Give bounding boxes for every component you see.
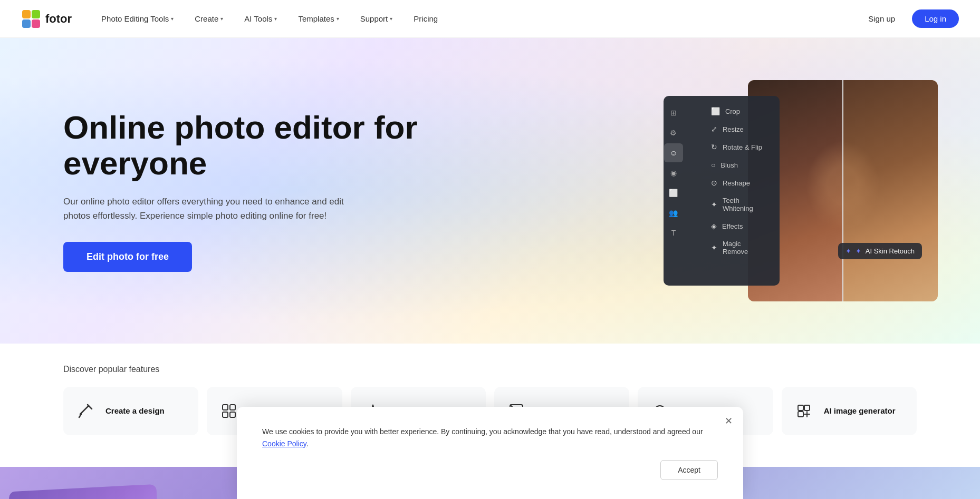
menu-teeth-whitening[interactable]: ✦ Teeth Whitening xyxy=(706,192,773,217)
svg-rect-9 xyxy=(223,412,228,417)
svg-rect-18 xyxy=(798,412,803,417)
menu-crop[interactable]: ⬜ Crop xyxy=(706,102,773,120)
chevron-down-icon: ▾ xyxy=(274,16,277,22)
sign-up-button[interactable]: Sign up xyxy=(858,9,906,28)
nav-templates[interactable]: Templates ▾ xyxy=(290,10,347,27)
ai-image-generator-icon xyxy=(792,399,815,423)
editor-sidebar: ⊞ ⚙ ☺ ◉ ⬜ 👥 T xyxy=(664,102,684,279)
edit-photo-cta-button[interactable]: Edit photo for free xyxy=(63,242,192,272)
cookie-text: We use cookies to provide you with bette… xyxy=(262,426,718,449)
cookie-actions: Accept xyxy=(262,460,718,480)
svg-rect-10 xyxy=(230,412,235,417)
ai-skin-retouch-badge: ✦ AI Skin Retouch xyxy=(838,243,922,259)
nav-create[interactable]: Create ▾ xyxy=(186,10,232,27)
crop-icon: ⬜ xyxy=(711,107,720,115)
editor-panel: ⊞ ⚙ ☺ ◉ ⬜ 👥 T ⬜ Crop ⤢ Resize xyxy=(664,96,780,286)
ai-badge-icon: ✦ xyxy=(856,247,861,255)
editor-menu: ⬜ Crop ⤢ Resize ↻ Rotate & Flip ○ Blush xyxy=(706,102,780,279)
menu-reshape[interactable]: ⊙ Reshape xyxy=(706,174,773,192)
navbar: fotor Photo Editing Tools ▾ Create ▾ AI … xyxy=(0,0,980,38)
hero-title: Online photo editor for everyone xyxy=(63,110,418,181)
nav-pricing[interactable]: Pricing xyxy=(405,10,446,27)
cookie-close-button[interactable]: ✕ xyxy=(725,415,733,427)
features-section-title: Discover popular features xyxy=(63,365,917,374)
sidebar-face-icon[interactable]: ☺ xyxy=(664,143,683,162)
svg-rect-4 xyxy=(32,19,40,28)
hero-subtitle: Our online photo editor offers everythin… xyxy=(63,194,359,223)
ai-image-generator-label: AI image generator xyxy=(824,406,896,416)
svg-rect-17 xyxy=(804,405,810,410)
svg-rect-3 xyxy=(22,19,31,28)
svg-line-5 xyxy=(80,406,89,414)
nav-links: Photo Editing Tools ▾ Create ▾ AI Tools … xyxy=(93,10,858,27)
hero-section: Online photo editor for everyone Our onl… xyxy=(0,38,980,344)
chevron-down-icon: ▾ xyxy=(171,16,174,22)
brand-name: fotor xyxy=(45,12,72,26)
menu-blush[interactable]: ○ Blush xyxy=(706,156,773,174)
create-design-label: Create a design xyxy=(105,406,165,416)
magic-remove-icon: ✦ xyxy=(711,243,717,252)
chevron-down-icon: ▾ xyxy=(337,16,339,22)
create-design-icon xyxy=(74,399,97,423)
rotate-icon: ↻ xyxy=(711,143,717,151)
feature-card-ai-image-generator[interactable]: AI image generator xyxy=(782,387,917,435)
fotor-logo-icon xyxy=(21,9,41,29)
svg-rect-16 xyxy=(798,405,803,410)
sidebar-eye-icon[interactable]: ◉ xyxy=(664,163,683,182)
hero-image-area: ⊞ ⚙ ☺ ◉ ⬜ 👥 T ⬜ Crop ⤢ Resize xyxy=(664,80,938,301)
svg-rect-8 xyxy=(230,405,235,410)
nav-photo-editing-tools[interactable]: Photo Editing Tools ▾ xyxy=(93,10,182,27)
sidebar-text-icon[interactable]: T xyxy=(664,223,683,242)
blush-icon: ○ xyxy=(711,161,715,169)
svg-rect-2 xyxy=(32,10,40,18)
cookie-accept-button[interactable]: Accept xyxy=(660,460,718,480)
nav-ai-tools[interactable]: AI Tools ▾ xyxy=(236,10,285,27)
menu-effects[interactable]: ◈ Effects xyxy=(706,217,773,235)
menu-resize[interactable]: ⤢ Resize xyxy=(706,120,773,138)
sidebar-sliders-icon[interactable]: ⚙ xyxy=(664,123,683,142)
menu-rotate-flip[interactable]: ↻ Rotate & Flip xyxy=(706,138,773,156)
effects-icon: ◈ xyxy=(711,222,717,230)
cookie-policy-link[interactable]: Cookie Policy xyxy=(262,439,306,448)
nav-support[interactable]: Support ▾ xyxy=(352,10,401,27)
chevron-down-icon: ▾ xyxy=(390,16,392,22)
hero-content: Online photo editor for everyone Our onl… xyxy=(63,110,418,272)
svg-rect-7 xyxy=(223,405,228,410)
cookie-banner: ✕ We use cookies to provide you with bet… xyxy=(237,407,743,499)
reshape-icon: ⊙ xyxy=(711,179,717,187)
resize-icon: ⤢ xyxy=(711,125,717,133)
sidebar-people-icon[interactable]: 👥 xyxy=(664,203,683,222)
chevron-down-icon: ▾ xyxy=(220,16,223,22)
menu-magic-remove[interactable]: ✦ Magic Remove xyxy=(706,235,773,260)
log-in-button[interactable]: Log in xyxy=(912,9,959,28)
teeth-icon: ✦ xyxy=(711,200,717,209)
sidebar-grid-icon[interactable]: ⊞ xyxy=(664,103,683,122)
sidebar-frame-icon[interactable]: ⬜ xyxy=(664,183,683,202)
logo[interactable]: fotor xyxy=(21,9,72,29)
feature-card-create-design[interactable]: Create a design xyxy=(63,387,198,435)
nav-auth: Sign up Log in xyxy=(858,9,959,28)
svg-rect-1 xyxy=(22,10,31,18)
